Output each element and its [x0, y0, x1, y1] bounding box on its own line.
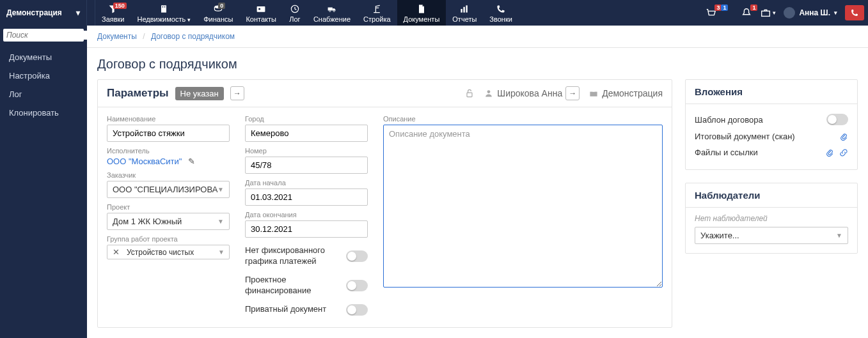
- paperclip-icon[interactable]: [839, 132, 848, 141]
- sidemenu-clone[interactable]: Клонировать: [0, 104, 87, 122]
- requests-badge: 150: [113, 3, 127, 9]
- briefcase-button[interactable]: ▾: [760, 7, 776, 19]
- label-private: Приватный документ: [245, 304, 326, 315]
- chevron-down-icon: ▼: [836, 232, 842, 239]
- building-icon: [158, 4, 170, 14]
- status-badge: Не указан: [175, 87, 224, 100]
- private-toggle[interactable]: [346, 304, 368, 316]
- attach-scan-label: Итоговый документ (скан): [695, 132, 834, 141]
- name-input[interactable]: [107, 125, 230, 142]
- svg-rect-12: [466, 5, 468, 12]
- date-end-input[interactable]: [245, 220, 368, 238]
- sidemenu-settings[interactable]: Настройка: [0, 66, 87, 85]
- owner-name: Широкова Анна: [497, 88, 562, 98]
- chevron-down-icon: ▼: [217, 218, 224, 225]
- label-no-schedule: Нет фиксированного графика платежей: [245, 245, 341, 267]
- owner-change-button[interactable]: →: [565, 86, 580, 100]
- notifications-button[interactable]: 1: [741, 7, 752, 19]
- chevron-down-icon: ▾: [773, 10, 776, 16]
- nav-realty[interactable]: Недвижимость▾: [131, 0, 198, 26]
- executor-link[interactable]: ООО "МоскваСити": [107, 157, 182, 166]
- sidemenu-documents[interactable]: Документы: [0, 48, 87, 66]
- breadcrumb: Документы / Договор с подрядчиком: [87, 26, 868, 48]
- no-schedule-toggle[interactable]: [346, 250, 368, 262]
- svg-rect-11: [464, 7, 465, 13]
- attachments-title: Вложения: [686, 80, 857, 104]
- page-title: Договор с подрядчиком: [87, 48, 868, 79]
- finance-badge: 0: [218, 3, 225, 9]
- call-button[interactable]: [845, 5, 864, 20]
- number-input[interactable]: [245, 157, 368, 174]
- params-title: Параметры: [107, 87, 169, 100]
- sidebar-search[interactable]: [3, 29, 84, 42]
- label-proj-finance: Проектное финансирование: [245, 275, 341, 296]
- link-icon[interactable]: [839, 148, 848, 157]
- template-toggle[interactable]: [826, 114, 848, 125]
- project-select[interactable]: Дом 1 ЖК Южный▼: [107, 213, 230, 230]
- nav-log[interactable]: Лог: [283, 0, 307, 26]
- svg-point-16: [487, 90, 491, 93]
- svg-rect-2: [164, 6, 166, 8]
- label-date-end: Дата окончания: [245, 211, 368, 219]
- label-description: Описание: [383, 115, 663, 123]
- svg-point-5: [258, 8, 260, 10]
- expand-sidebar-button[interactable]: [87, 0, 95, 26]
- group-value: Устройство чистых: [127, 248, 212, 257]
- nav-calls[interactable]: Звонки: [483, 0, 519, 26]
- nav-finance[interactable]: 0 Финансы: [197, 0, 239, 26]
- nav-documents[interactable]: Документы: [397, 0, 446, 26]
- svg-point-8: [329, 10, 331, 12]
- avatar-icon: [784, 7, 795, 19]
- chevron-down-icon: ▾: [187, 17, 191, 23]
- svg-rect-13: [762, 11, 770, 16]
- chevron-down-icon: ▾: [834, 10, 837, 16]
- label-date-start: Дата начала: [245, 179, 368, 187]
- nav-supply[interactable]: Снабжение: [307, 0, 357, 26]
- customer-select[interactable]: ООО "СПЕЦИАЛИЗИРОВАННЫЙ▼: [107, 181, 230, 198]
- description-textarea[interactable]: [383, 125, 663, 288]
- attach-template-label: Шаблон договора: [695, 115, 821, 125]
- user-menu[interactable]: Анна Ш. ▾: [784, 7, 837, 19]
- label-name: Наименование: [107, 115, 230, 123]
- breadcrumb-current[interactable]: Договор с подрядчиком: [151, 32, 235, 41]
- truck-icon: [326, 4, 338, 14]
- unlock-icon[interactable]: [464, 88, 475, 98]
- proj-finance-toggle[interactable]: [346, 280, 368, 291]
- chevron-down-icon: ▼: [217, 186, 224, 193]
- briefcase-icon: [760, 7, 771, 19]
- chevron-down-icon: ▾: [76, 8, 80, 17]
- observers-title: Наблюдатели: [686, 183, 857, 208]
- label-group: Группа работ проекта: [107, 235, 230, 243]
- svg-rect-17: [590, 92, 597, 96]
- org-display: Демонстрация: [602, 88, 663, 98]
- label-city: Город: [245, 115, 368, 123]
- chart-icon: [459, 4, 470, 14]
- nav-construction[interactable]: Стройка: [357, 0, 397, 26]
- attach-files-label: Файлы и ссылки: [695, 148, 820, 157]
- paperclip-icon[interactable]: [825, 148, 834, 157]
- cart-badge-2: 1: [721, 4, 728, 11]
- cart-button[interactable]: 3 1: [705, 7, 716, 19]
- org-selector[interactable]: Демонстрация ▾: [0, 0, 87, 26]
- phone-icon: [850, 8, 859, 17]
- date-start-input[interactable]: [245, 188, 368, 206]
- svg-rect-1: [162, 6, 164, 8]
- svg-rect-15: [467, 93, 472, 96]
- observers-select[interactable]: Укажите... ▼: [695, 227, 848, 244]
- breadcrumb-root[interactable]: Документы: [97, 32, 137, 41]
- nav-contacts[interactable]: Контакты: [239, 0, 283, 26]
- pencil-icon[interactable]: ✎: [188, 157, 195, 166]
- group-tag-input[interactable]: ✕ Устройство чистых ▼: [107, 245, 230, 259]
- status-next-button[interactable]: →: [230, 86, 244, 100]
- nav-reports[interactable]: Отчеты: [446, 0, 483, 26]
- nav-requests[interactable]: 150 Заявки: [95, 0, 131, 26]
- city-input[interactable]: [245, 125, 368, 142]
- sidemenu-log[interactable]: Лог: [0, 85, 87, 104]
- person-icon: [484, 88, 494, 98]
- card-icon: [255, 4, 267, 14]
- org-name: Демонстрация: [6, 8, 62, 17]
- document-icon: [416, 4, 427, 14]
- label-customer: Заказчик: [107, 171, 230, 179]
- phone-icon: [495, 4, 507, 14]
- remove-tag-button[interactable]: ✕: [109, 247, 123, 257]
